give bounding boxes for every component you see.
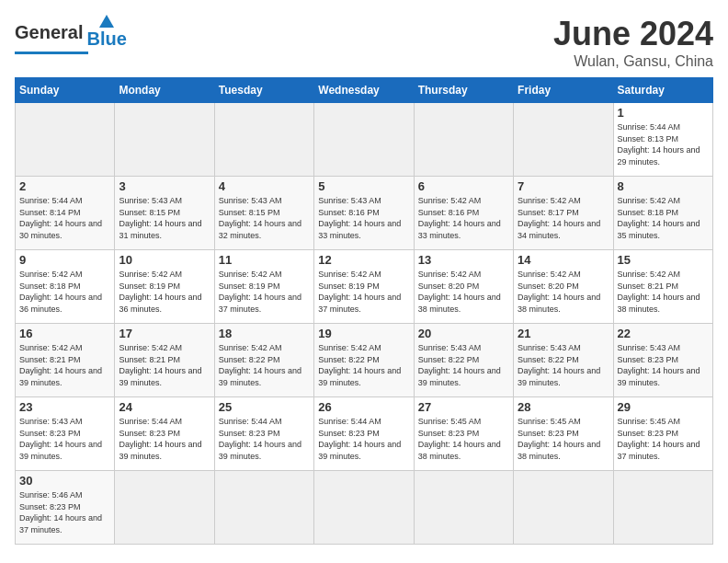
day-info: Sunrise: 5:45 AMSunset: 8:23 PMDaylight:… — [518, 416, 609, 462]
day-number: 27 — [418, 400, 509, 414]
calendar-cell: 14Sunrise: 5:42 AMSunset: 8:20 PMDayligh… — [514, 250, 613, 324]
calendar-cell: 28Sunrise: 5:45 AMSunset: 8:23 PMDayligh… — [514, 397, 613, 471]
day-number: 24 — [119, 400, 210, 414]
calendar-cell: 18Sunrise: 5:42 AMSunset: 8:22 PMDayligh… — [214, 324, 313, 397]
calendar-week-3: 9Sunrise: 5:42 AMSunset: 8:18 PMDaylight… — [16, 250, 713, 324]
day-number: 23 — [19, 400, 110, 414]
calendar-cell — [414, 103, 513, 177]
calendar-cell — [115, 103, 214, 177]
calendar-cell: 2Sunrise: 5:44 AMSunset: 8:14 PMDaylight… — [16, 177, 115, 250]
month-title: June 2024 — [553, 15, 713, 53]
day-info: Sunrise: 5:43 AMSunset: 8:15 PMDaylight:… — [119, 195, 210, 241]
day-info: Sunrise: 5:46 AMSunset: 8:23 PMDaylight:… — [19, 489, 110, 535]
day-number: 1 — [618, 106, 709, 120]
calendar-cell: 23Sunrise: 5:43 AMSunset: 8:23 PMDayligh… — [16, 397, 115, 471]
weekday-header-tuesday: Tuesday — [214, 78, 313, 103]
day-info: Sunrise: 5:43 AMSunset: 8:16 PMDaylight:… — [318, 195, 409, 241]
calendar-cell — [314, 471, 414, 545]
calendar-cell: 29Sunrise: 5:45 AMSunset: 8:23 PMDayligh… — [613, 397, 712, 471]
calendar-cell: 3Sunrise: 5:43 AMSunset: 8:15 PMDaylight… — [115, 177, 214, 250]
day-info: Sunrise: 5:45 AMSunset: 8:23 PMDaylight:… — [618, 416, 709, 462]
calendar-cell — [613, 471, 712, 545]
logo: General Blue — [15, 15, 107, 54]
day-info: Sunrise: 5:42 AMSunset: 8:21 PMDaylight:… — [618, 269, 709, 315]
calendar-cell: 13Sunrise: 5:42 AMSunset: 8:20 PMDayligh… — [414, 250, 513, 324]
day-number: 18 — [219, 327, 310, 340]
calendar-cell: 27Sunrise: 5:45 AMSunset: 8:23 PMDayligh… — [414, 397, 513, 471]
calendar-cell: 21Sunrise: 5:43 AMSunset: 8:22 PMDayligh… — [514, 324, 613, 397]
day-number: 10 — [119, 253, 210, 267]
weekday-header-monday: Monday — [115, 78, 214, 103]
day-number: 29 — [618, 400, 709, 414]
day-number: 26 — [318, 400, 409, 414]
day-info: Sunrise: 5:42 AMSunset: 8:18 PMDaylight:… — [19, 269, 110, 315]
calendar-table: SundayMondayTuesdayWednesdayThursdayFrid… — [15, 77, 713, 545]
day-number: 25 — [219, 400, 310, 414]
calendar-cell: 8Sunrise: 5:42 AMSunset: 8:18 PMDaylight… — [613, 177, 712, 250]
day-number: 21 — [518, 327, 609, 340]
day-info: Sunrise: 5:44 AMSunset: 8:14 PMDaylight:… — [19, 195, 110, 241]
calendar-cell — [314, 103, 414, 177]
day-number: 3 — [119, 179, 210, 193]
day-number: 15 — [618, 253, 709, 267]
day-info: Sunrise: 5:44 AMSunset: 8:23 PMDaylight:… — [318, 416, 409, 462]
day-number: 28 — [518, 400, 609, 414]
day-info: Sunrise: 5:45 AMSunset: 8:23 PMDaylight:… — [418, 416, 509, 462]
day-number: 11 — [219, 253, 310, 267]
calendar-cell: 26Sunrise: 5:44 AMSunset: 8:23 PMDayligh… — [314, 397, 414, 471]
calendar-cell: 19Sunrise: 5:42 AMSunset: 8:22 PMDayligh… — [314, 324, 414, 397]
calendar-cell: 9Sunrise: 5:42 AMSunset: 8:18 PMDaylight… — [16, 250, 115, 324]
calendar-cell: 7Sunrise: 5:42 AMSunset: 8:17 PMDaylight… — [514, 177, 613, 250]
calendar-cell: 6Sunrise: 5:42 AMSunset: 8:16 PMDaylight… — [414, 177, 513, 250]
day-info: Sunrise: 5:44 AMSunset: 8:23 PMDaylight:… — [119, 416, 210, 462]
calendar-cell — [16, 103, 115, 177]
weekday-header-row: SundayMondayTuesdayWednesdayThursdayFrid… — [16, 78, 713, 103]
calendar-cell — [414, 471, 513, 545]
page-header: General Blue June 2024 Wulan, Gansu, Chi… — [15, 15, 713, 70]
calendar-cell — [115, 471, 214, 545]
day-number: 6 — [418, 179, 509, 193]
logo-general-text: General — [15, 22, 83, 43]
weekday-header-saturday: Saturday — [613, 78, 712, 103]
calendar-cell: 4Sunrise: 5:43 AMSunset: 8:15 PMDaylight… — [214, 177, 313, 250]
day-info: Sunrise: 5:42 AMSunset: 8:19 PMDaylight:… — [119, 269, 210, 315]
day-info: Sunrise: 5:42 AMSunset: 8:21 PMDaylight:… — [19, 342, 110, 388]
calendar-cell: 12Sunrise: 5:42 AMSunset: 8:19 PMDayligh… — [314, 250, 414, 324]
calendar-cell: 16Sunrise: 5:42 AMSunset: 8:21 PMDayligh… — [16, 324, 115, 397]
calendar-cell: 5Sunrise: 5:43 AMSunset: 8:16 PMDaylight… — [314, 177, 414, 250]
day-number: 5 — [318, 179, 409, 193]
day-number: 9 — [19, 253, 110, 267]
day-info: Sunrise: 5:43 AMSunset: 8:23 PMDaylight:… — [19, 416, 110, 462]
day-info: Sunrise: 5:44 AMSunset: 8:13 PMDaylight:… — [618, 121, 709, 167]
day-number: 30 — [19, 474, 110, 488]
day-info: Sunrise: 5:43 AMSunset: 8:22 PMDaylight:… — [418, 342, 509, 388]
day-number: 2 — [19, 179, 110, 193]
calendar-cell: 20Sunrise: 5:43 AMSunset: 8:22 PMDayligh… — [414, 324, 513, 397]
day-number: 12 — [318, 253, 409, 267]
day-number: 8 — [618, 179, 709, 193]
day-number: 14 — [518, 253, 609, 267]
weekday-header-wednesday: Wednesday — [314, 78, 414, 103]
weekday-header-sunday: Sunday — [16, 78, 115, 103]
calendar-week-6: 30Sunrise: 5:46 AMSunset: 8:23 PMDayligh… — [16, 471, 713, 545]
title-area: June 2024 Wulan, Gansu, China — [553, 15, 713, 70]
day-number: 16 — [19, 327, 110, 340]
calendar-cell: 11Sunrise: 5:42 AMSunset: 8:19 PMDayligh… — [214, 250, 313, 324]
calendar-cell: 22Sunrise: 5:43 AMSunset: 8:23 PMDayligh… — [613, 324, 712, 397]
calendar-cell: 15Sunrise: 5:42 AMSunset: 8:21 PMDayligh… — [613, 250, 712, 324]
weekday-header-thursday: Thursday — [414, 78, 513, 103]
day-number: 22 — [618, 327, 709, 340]
day-info: Sunrise: 5:42 AMSunset: 8:22 PMDaylight:… — [318, 342, 409, 388]
day-info: Sunrise: 5:43 AMSunset: 8:22 PMDaylight:… — [518, 342, 609, 388]
day-info: Sunrise: 5:44 AMSunset: 8:23 PMDaylight:… — [219, 416, 310, 462]
calendar-week-1: 1Sunrise: 5:44 AMSunset: 8:13 PMDaylight… — [16, 103, 713, 177]
calendar-cell — [514, 103, 613, 177]
day-number: 4 — [219, 179, 310, 193]
calendar-cell: 30Sunrise: 5:46 AMSunset: 8:23 PMDayligh… — [16, 471, 115, 545]
day-info: Sunrise: 5:42 AMSunset: 8:18 PMDaylight:… — [618, 195, 709, 241]
calendar-cell — [514, 471, 613, 545]
calendar-cell — [214, 471, 313, 545]
day-info: Sunrise: 5:42 AMSunset: 8:16 PMDaylight:… — [418, 195, 509, 241]
calendar-cell: 24Sunrise: 5:44 AMSunset: 8:23 PMDayligh… — [115, 397, 214, 471]
logo-blue-text: Blue — [86, 29, 126, 50]
